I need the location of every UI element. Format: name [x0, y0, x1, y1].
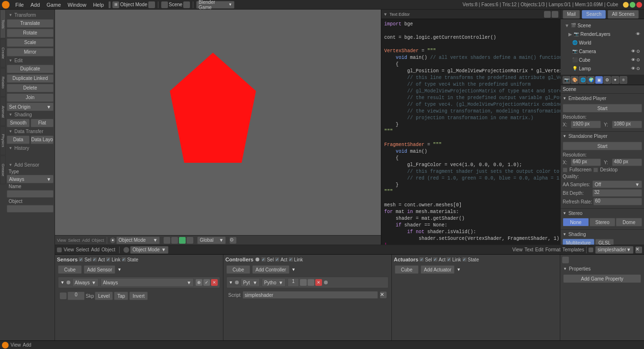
world-prop-icon[interactable]: 🌍: [587, 76, 595, 84]
render-layers-item[interactable]: ▶ 📷 RenderLayers 👁: [563, 30, 642, 38]
layout-expand[interactable]: [148, 1, 155, 8]
actuators-state-cb[interactable]: [462, 257, 467, 262]
view-menu[interactable]: View: [57, 238, 66, 243]
engine-selector[interactable]: Blender Game ▼: [196, 1, 234, 9]
add-sensor-btn[interactable]: Add Sensor: [84, 265, 115, 274]
sensor-icon-2[interactable]: ✓: [203, 279, 210, 286]
window-minimize[interactable]: [623, 2, 629, 8]
name-input[interactable]: [7, 190, 54, 198]
global-dropdown[interactable]: Global▼: [197, 236, 226, 244]
rotate-btn[interactable]: Rotate: [7, 29, 54, 37]
embedded-start-btn[interactable]: Start: [563, 104, 642, 113]
add-actuator-btn[interactable]: Add Actuator: [421, 265, 455, 274]
scene-prop-icon[interactable]: 🌐: [579, 76, 587, 84]
sensor-settings-icon[interactable]: [60, 293, 67, 299]
object-menu[interactable]: Object: [91, 238, 104, 243]
all-scenes-btn[interactable]: All Scenes: [608, 10, 639, 19]
menu-add[interactable]: Add: [28, 0, 43, 10]
bottom-text-label[interactable]: Text: [524, 247, 533, 252]
standalone-y-value[interactable]: 480 px: [612, 158, 642, 166]
bottom-edit-label[interactable]: Edit: [535, 247, 544, 252]
code-icon-2[interactable]: [552, 11, 558, 18]
mode-dropdown[interactable]: Object Mode▼: [116, 236, 160, 244]
code-content[interactable]: import bge cont = bge.logic.getCurrentCo…: [381, 19, 560, 245]
viewport-icon-4[interactable]: [187, 237, 193, 244]
snap-icon[interactable]: ⊙: [230, 237, 236, 244]
add-game-property-btn[interactable]: Add Game Property: [563, 274, 641, 283]
level-btn[interactable]: Level: [95, 292, 113, 300]
particles-prop-icon[interactable]: ✦: [611, 76, 619, 84]
refresh-value[interactable]: 60: [593, 198, 642, 205]
layout-icon[interactable]: ⊞: [112, 1, 119, 8]
menu-window[interactable]: Window: [65, 0, 89, 10]
modifier-prop-icon[interactable]: ⚙: [603, 76, 611, 84]
window-close[interactable]: [636, 2, 642, 8]
camera-item[interactable]: 📷 Camera 👁 ⊙: [563, 47, 642, 56]
actuators-sel-cb[interactable]: [419, 257, 424, 262]
menu-file[interactable]: File: [12, 0, 27, 10]
camera-prop-icon[interactable]: 📷: [563, 76, 570, 84]
desktop-checkbox[interactable]: [593, 168, 598, 172]
controllers-act-cb[interactable]: [275, 257, 279, 262]
create-tab[interactable]: Create: [0, 39, 6, 68]
controller-num[interactable]: 1: [288, 278, 299, 287]
invert-btn[interactable]: Invert: [129, 292, 148, 300]
close-script-btn[interactable]: ✕: [635, 247, 642, 253]
controller-name-dropdown[interactable]: Pytho▼: [262, 278, 286, 287]
sensor-type2-dropdown[interactable]: Always▼: [100, 278, 194, 287]
fullscreen-checkbox[interactable]: [563, 168, 567, 172]
add-controller-btn[interactable]: Add Controller: [252, 265, 289, 274]
sensors-state-cb[interactable]: [122, 257, 126, 262]
render-prop-icon[interactable]: 🎨: [571, 76, 578, 84]
mail-btn[interactable]: Mail: [563, 10, 580, 19]
scene-item[interactable]: ▼ 🎬 Scene: [563, 21, 642, 30]
skip-input[interactable]: 0: [67, 292, 85, 300]
viewport-icon-3[interactable]: [179, 237, 186, 244]
sensor-delete-btn[interactable]: ✕: [211, 279, 218, 286]
standalone-start-btn[interactable]: Start: [563, 142, 642, 150]
physics-prop-icon[interactable]: ⚛: [620, 76, 627, 84]
viewport-icon-1[interactable]: [164, 237, 170, 244]
animation-tab[interactable]: Animat: [0, 97, 6, 126]
select-btn[interactable]: Select: [76, 247, 89, 252]
mirror-btn[interactable]: Mirror: [7, 48, 54, 56]
camera-eye[interactable]: 👁: [631, 49, 635, 54]
type-dropdown[interactable]: Always▼: [7, 175, 54, 183]
controllers-link-cb[interactable]: [289, 257, 293, 262]
status-add-label[interactable]: Add: [23, 342, 32, 348]
code-icon-1[interactable]: [544, 11, 551, 18]
view-btn[interactable]: View: [64, 247, 74, 252]
scale-btn[interactable]: Scale: [7, 38, 54, 47]
multitexture-btn[interactable]: Multitexture: [563, 239, 594, 245]
status-view-label[interactable]: View: [11, 342, 21, 348]
standalone-x-value[interactable]: 640 px: [571, 158, 601, 166]
bottom-format-label[interactable]: Format: [545, 247, 561, 252]
camera-render[interactable]: ⊙: [636, 49, 640, 54]
sensors-act-cb[interactable]: [92, 257, 97, 262]
sensor-expand[interactable]: ▼: [60, 280, 65, 285]
stereo-stereo-btn[interactable]: Stereo: [589, 218, 616, 226]
flat-btn[interactable]: Flat: [31, 119, 54, 127]
stereo-dome-btn[interactable]: Dome: [616, 218, 642, 226]
lamp-item[interactable]: 💡 Lamp 👁 ⊙: [563, 64, 642, 73]
menu-game[interactable]: Game: [44, 0, 64, 10]
relations-tab[interactable]: Relatio: [0, 68, 6, 97]
window-maximize[interactable]: [630, 2, 635, 8]
translate-btn[interactable]: Translate: [7, 19, 54, 28]
script-dropdown[interactable]: simpleshader: [243, 291, 378, 299]
controller-icon-1[interactable]: [300, 279, 307, 286]
aa-dropdown[interactable]: Off▼: [592, 180, 642, 188]
bottom-icon-1[interactable]: [57, 248, 62, 252]
tools-tab[interactable]: Tools: [0, 10, 6, 38]
scene-expand[interactable]: [183, 1, 190, 8]
sensors-link-cb[interactable]: [106, 257, 111, 262]
logic-mode-dropdown[interactable]: Object Mode▼: [130, 246, 168, 254]
lamp-render[interactable]: ⊙: [636, 66, 640, 71]
physics-tab[interactable]: Physics: [0, 126, 6, 155]
join-btn[interactable]: Join: [7, 93, 54, 102]
x-value[interactable]: 1920 px: [571, 121, 601, 128]
smooth-btn[interactable]: Smooth: [7, 119, 30, 127]
object-prop-icon[interactable]: ▣: [595, 76, 603, 84]
sensor-icon-1[interactable]: ⊕: [196, 279, 202, 286]
search-btn[interactable]: Search: [582, 10, 606, 19]
